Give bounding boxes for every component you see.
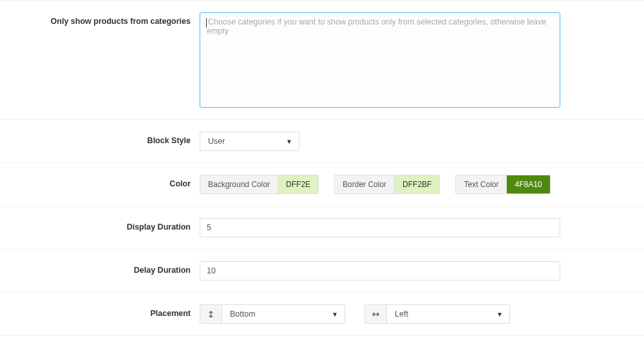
delay-duration-label: Delay Duration	[0, 265, 191, 275]
label-col: Color	[0, 175, 200, 189]
placement-horizontal-select[interactable]: Left ▼	[365, 304, 510, 324]
display-duration-label: Display Duration	[0, 222, 191, 232]
categories-label: Only show products from categories	[0, 16, 191, 26]
chevron-down-icon: ▼	[332, 311, 338, 318]
delay-duration-input[interactable]	[200, 261, 560, 281]
chevron-down-icon: ▼	[497, 311, 503, 318]
color-label: Color	[0, 179, 191, 189]
block-style-select[interactable]: User ▼	[200, 132, 299, 151]
text-cursor	[206, 18, 207, 28]
label-col: Only show products from categories	[0, 12, 200, 26]
label-col: Display Duration	[0, 218, 200, 232]
field-col	[200, 218, 644, 237]
placement-vertical-value: Bottom	[230, 310, 256, 319]
label-col: Delay Duration	[0, 261, 200, 275]
categories-input[interactable]: Choose categories if you want to show pr…	[200, 12, 560, 108]
background-color-picker[interactable]: Background Color DFF2E	[200, 175, 319, 194]
row-categories: Only show products from categories Choos…	[0, 0, 644, 120]
field-col: User ▼	[200, 132, 644, 151]
field-col	[200, 261, 644, 281]
block-style-label: Block Style	[0, 135, 191, 146]
block-style-value: User	[208, 137, 225, 146]
text-color-swatch: 4F8A10	[507, 175, 549, 193]
bg-color-label: Background Color	[200, 175, 278, 193]
field-col: Background Color DFF2E Border Color DFF2…	[200, 175, 644, 194]
row-placement: Placement Bottom ▼ Left ▼	[0, 293, 644, 336]
border-color-label: Border Color	[335, 175, 395, 193]
border-color-picker[interactable]: Border Color DFF2BF	[334, 175, 440, 194]
categories-placeholder: Choose categories if you want to show pr…	[207, 17, 546, 35]
field-col: Choose categories if you want to show pr…	[200, 12, 644, 108]
row-color: Color Background Color DFF2E Border Colo…	[0, 163, 644, 206]
text-color-label: Text Color	[456, 175, 507, 193]
chevron-down-icon: ▼	[286, 138, 292, 145]
row-delay-duration: Delay Duration	[0, 250, 644, 293]
border-color-swatch: DFF2BF	[395, 175, 439, 193]
display-duration-input[interactable]	[200, 218, 560, 237]
placement-vertical-select[interactable]: Bottom ▼	[200, 304, 345, 324]
row-block-style: Block Style User ▼	[0, 120, 644, 163]
field-col: Bottom ▼ Left ▼	[200, 304, 644, 324]
label-col: Placement	[0, 304, 200, 319]
label-col: Block Style	[0, 132, 200, 146]
settings-form: Only show products from categories Choos…	[0, 0, 644, 345]
placement-label: Placement	[0, 308, 191, 319]
placement-horizontal-value: Left	[395, 310, 408, 319]
arrows-horizontal-icon	[365, 305, 387, 323]
row-animation: Animation slideInUp ▼ slideOutDown ▼	[0, 336, 644, 345]
text-color-picker[interactable]: Text Color 4F8A10	[455, 175, 550, 194]
row-display-duration: Display Duration	[0, 206, 644, 250]
bg-color-swatch: DFF2E	[278, 175, 318, 193]
arrows-vertical-icon	[200, 305, 222, 323]
